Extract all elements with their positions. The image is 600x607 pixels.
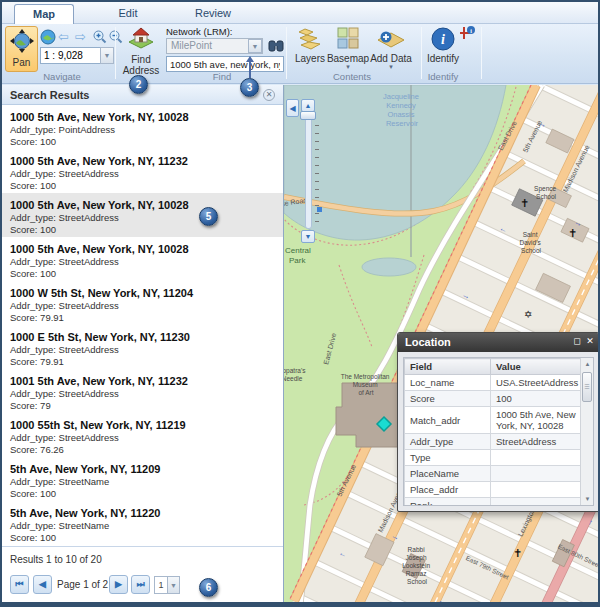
forward-extent-icon[interactable]: ⇨ bbox=[75, 29, 91, 45]
result-score: Score: 100 bbox=[10, 532, 275, 544]
result-addr-type: Addr_type: StreetAddress bbox=[10, 212, 275, 224]
zoom-slider-handle[interactable] bbox=[300, 111, 316, 120]
result-score: Score: 100 bbox=[10, 224, 275, 236]
result-addr-type: Addr_type: StreetName bbox=[10, 520, 275, 532]
table-row[interactable]: Loc_nameUSA.StreetAddress bbox=[405, 375, 582, 391]
scale-combo: ▼ bbox=[40, 47, 114, 64]
table-row[interactable]: Addr_typeStreetAddress bbox=[405, 434, 582, 450]
collapse-panel-button[interactable]: ◀ bbox=[286, 99, 299, 117]
table-row[interactable]: Score100 bbox=[405, 391, 582, 407]
identify-tool-icon[interactable]: i bbox=[460, 26, 476, 46]
tab-review[interactable]: Review bbox=[183, 4, 243, 24]
search-result-item[interactable]: 5th Ave, New York, NY, 11209 Addr_type: … bbox=[2, 457, 283, 501]
popup-scrollbar[interactable]: ▲ ☰ ▼ bbox=[580, 358, 593, 505]
result-address: 1000 E 5th St, New York, NY, 11230 bbox=[10, 331, 275, 344]
result-address: 1000 W 5th St, New York, NY, 11204 bbox=[10, 287, 275, 300]
search-result-item[interactable]: 5th Ave, New York, NY, 11220 Addr_type: … bbox=[2, 501, 283, 545]
scale-dropdown-button[interactable]: ▼ bbox=[100, 47, 114, 64]
find-address-button[interactable]: Find Address ▾ bbox=[119, 26, 163, 79]
location-popup-title: Location bbox=[398, 333, 598, 348]
layers-button[interactable]: Layers bbox=[290, 27, 330, 64]
close-icon[interactable]: ✕ bbox=[584, 336, 596, 346]
add-data-button[interactable]: Add Data ▾ bbox=[368, 27, 414, 69]
network-lrm-combo[interactable]: MilePoint ▼ bbox=[166, 38, 263, 54]
result-address: 1000 5th Ave, New York, NY, 10028 bbox=[10, 111, 275, 124]
first-page-button[interactable]: ⏮ bbox=[10, 575, 29, 594]
zoom-slider-track[interactable] bbox=[305, 113, 312, 229]
search-result-item[interactable]: 1001 5th Ave, New York, NY, 11232 Addr_t… bbox=[2, 369, 283, 413]
binoculars-icon[interactable] bbox=[268, 38, 284, 58]
results-footer: Results 1 to 10 of 20 ⏮ ◀ Page 1 of 2 ▶ … bbox=[2, 546, 283, 602]
map-viewport[interactable]: →←→ ←→← →←→ ←→← ↑↑ East 79th Street East… bbox=[284, 85, 598, 602]
scale-input[interactable] bbox=[40, 47, 101, 64]
callout-badge-5: 5 bbox=[199, 207, 218, 226]
search-results-list: 1000 5th Ave, New York, NY, 10028 Addr_t… bbox=[2, 105, 283, 546]
search-result-item[interactable]: 1000 E 5th St, New York, NY, 11230 Addr_… bbox=[2, 325, 283, 369]
prev-page-button[interactable]: ◀ bbox=[33, 575, 52, 594]
back-extent-icon[interactable]: ⇦ bbox=[58, 29, 74, 45]
close-panel-icon[interactable]: ✕ bbox=[263, 89, 275, 101]
identify-label: Identify bbox=[423, 53, 463, 64]
table-row[interactable]: Type bbox=[405, 450, 582, 466]
result-score: Score: 79.91 bbox=[10, 356, 275, 368]
pan-icon bbox=[10, 39, 34, 56]
location-popup-body: Field Value Loc_nameUSA.StreetAddress Sc… bbox=[403, 357, 594, 506]
last-page-button[interactable]: ⏭ bbox=[131, 575, 150, 594]
page-select[interactable]: 1 ▼ bbox=[154, 576, 180, 594]
column-header-field: Field bbox=[405, 359, 491, 375]
identify-button[interactable]: i Identify bbox=[423, 27, 463, 64]
identify-icon: i bbox=[423, 27, 463, 53]
next-page-button[interactable]: ▶ bbox=[109, 575, 128, 594]
group-separator bbox=[286, 27, 287, 79]
table-row[interactable]: Place_addr bbox=[405, 482, 582, 498]
zoom-in-icon[interactable] bbox=[92, 29, 108, 45]
zoom-slider-down-button[interactable]: ▼ bbox=[301, 230, 315, 243]
location-popup-titlebar[interactable]: Location ◻ ✕ bbox=[398, 333, 598, 352]
synagogue-star-icon: ✡ bbox=[524, 309, 532, 320]
layers-label: Layers bbox=[290, 53, 330, 64]
table-row[interactable]: Match_addr1000 5th Ave, New York, NY, 10… bbox=[405, 407, 582, 434]
basemap-button[interactable]: Basemap ▾ bbox=[326, 27, 370, 69]
full-extent-icon[interactable] bbox=[40, 29, 56, 45]
result-addr-type: Addr_type: StreetAddress bbox=[10, 344, 275, 356]
search-result-item[interactable]: 1000 5th Ave, New York, NY, 10028 Addr_t… bbox=[2, 237, 283, 281]
scroll-up-icon[interactable]: ▲ bbox=[583, 361, 592, 367]
result-score: Score: 100 bbox=[10, 180, 275, 192]
current-scale-indicator bbox=[317, 207, 322, 212]
popup-scrollbar-thumb[interactable]: ☰ bbox=[582, 372, 592, 402]
contents-group-label: Contents bbox=[312, 71, 392, 82]
search-result-item[interactable]: 1000 5th Ave, New York, NY, 10028 Addr_t… bbox=[2, 105, 283, 149]
result-address: 5th Ave, New York, NY, 11209 bbox=[10, 463, 275, 476]
result-address: 1000 5th Ave, New York, NY, 10028 bbox=[10, 243, 275, 256]
page-indicator: Page 1 of 2 bbox=[57, 579, 108, 590]
group-separator bbox=[115, 27, 116, 79]
search-result-item-selected[interactable]: 1000 5th Ave, New York, NY, 10028 Addr_t… bbox=[2, 193, 283, 237]
ribbon-tabstrip: Map Edit Review bbox=[2, 2, 598, 24]
address-search-input[interactable] bbox=[166, 56, 284, 72]
find-address-icon bbox=[128, 36, 154, 53]
column-header-value: Value bbox=[491, 359, 582, 375]
navigate-group-label: Navigate bbox=[22, 71, 102, 82]
table-row[interactable]: PlaceName bbox=[405, 466, 582, 482]
ribbon: Pan ⇦ ⇨ ▼ Navigate bbox=[2, 24, 598, 84]
app-window: Map Edit Review Pan ⇦ ⇨ bbox=[0, 0, 600, 607]
table-row[interactable]: Rank bbox=[405, 498, 582, 507]
result-address: 1000 55th St, New York, NY, 11219 bbox=[10, 419, 275, 432]
result-score: Score: 79 bbox=[10, 400, 275, 412]
tab-map[interactable]: Map bbox=[14, 4, 74, 24]
pan-button[interactable]: Pan bbox=[5, 26, 38, 72]
result-score: Score: 79.91 bbox=[10, 312, 275, 324]
search-result-item[interactable]: 1000 W 5th St, New York, NY, 11204 Addr_… bbox=[2, 281, 283, 325]
scroll-down-icon[interactable]: ▼ bbox=[583, 496, 592, 502]
page-select-dropdown-button[interactable]: ▼ bbox=[167, 576, 180, 594]
basemap-icon bbox=[326, 27, 370, 53]
result-score: Score: 100 bbox=[10, 488, 275, 500]
tab-edit[interactable]: Edit bbox=[98, 4, 158, 24]
saint-davids-school-label: Saint David's School bbox=[520, 231, 543, 254]
maximize-icon[interactable]: ◻ bbox=[571, 336, 583, 346]
search-result-item[interactable]: 1000 5th Ave, New York, NY, 11232 Addr_t… bbox=[2, 149, 283, 193]
church-cross-icon: ✝ bbox=[568, 227, 577, 239]
network-dropdown-button[interactable]: ▼ bbox=[248, 39, 262, 53]
result-address: 1000 5th Ave, New York, NY, 11232 bbox=[10, 155, 275, 168]
search-result-item[interactable]: 1000 55th St, New York, NY, 11219 Addr_t… bbox=[2, 413, 283, 457]
